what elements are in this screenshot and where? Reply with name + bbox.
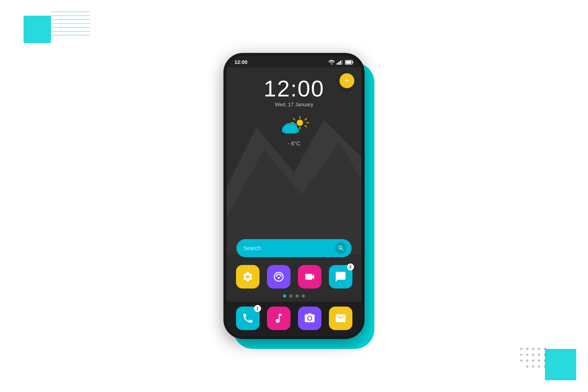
dock-phone-icon[interactable]: 1 <box>236 307 260 330</box>
weather-temp: - 6°C <box>234 140 354 147</box>
svg-point-8 <box>526 348 528 350</box>
cloud-sun-icon <box>278 115 310 137</box>
search-bar[interactable]: Search <box>236 239 352 257</box>
svg-point-19 <box>532 359 534 362</box>
svg-line-39 <box>305 118 307 120</box>
app-settings2-icon[interactable] <box>267 265 290 289</box>
svg-point-10 <box>538 348 540 350</box>
svg-point-12 <box>520 354 523 356</box>
svg-point-49 <box>289 123 297 130</box>
svg-rect-29 <box>341 60 343 65</box>
deco-rect-top <box>24 16 51 43</box>
status-bar: 12:00 <box>227 56 361 67</box>
app-grid: 3 <box>227 263 361 292</box>
gear2-icon <box>273 271 285 283</box>
phone-icon <box>242 312 254 324</box>
screen: + 12:00 Wed, 17 January <box>227 67 361 336</box>
svg-rect-31 <box>353 62 354 63</box>
svg-rect-32 <box>346 61 352 64</box>
app-video-icon[interactable] <box>298 265 321 289</box>
video-icon <box>304 271 316 283</box>
dock-camera-icon[interactable] <box>298 307 321 330</box>
svg-point-7 <box>520 348 523 350</box>
search-area: Search <box>227 239 361 263</box>
dock: 1 <box>227 301 361 336</box>
search-input[interactable]: Search <box>243 245 335 251</box>
svg-point-44 <box>297 120 303 126</box>
dock-mail-icon[interactable] <box>329 307 352 330</box>
phone: 12:00 <box>223 53 365 339</box>
svg-point-15 <box>538 354 540 356</box>
clock-time: 12:00 <box>234 77 354 100</box>
search-button[interactable] <box>335 242 347 254</box>
app-message-icon[interactable]: 3 <box>329 265 352 289</box>
svg-point-17 <box>520 359 523 362</box>
search-icon <box>338 245 344 251</box>
svg-point-20 <box>538 359 540 362</box>
screen-content: + 12:00 Wed, 17 January <box>227 67 361 336</box>
svg-point-18 <box>526 359 528 362</box>
dot-3[interactable] <box>296 294 299 298</box>
svg-point-14 <box>532 354 534 356</box>
svg-rect-26 <box>337 63 338 65</box>
message-badge: 3 <box>347 263 354 270</box>
plus-icon: + <box>345 77 349 85</box>
fab-button[interactable]: + <box>339 73 354 88</box>
svg-rect-27 <box>338 62 339 65</box>
svg-rect-28 <box>340 61 341 65</box>
phone-wrapper: 12:00 <box>223 53 365 339</box>
weather-widget: - 6°C <box>234 109 354 151</box>
music-icon <box>273 312 285 324</box>
mail-icon <box>335 312 347 324</box>
svg-point-24 <box>538 365 540 368</box>
signal-icon <box>337 60 343 65</box>
svg-point-13 <box>526 354 528 356</box>
dot-4[interactable] <box>302 294 305 298</box>
battery-icon <box>345 60 354 65</box>
top-area: + 12:00 Wed, 17 January <box>227 67 361 151</box>
svg-point-9 <box>532 348 534 350</box>
dock-music-icon[interactable] <box>267 307 290 330</box>
svg-point-22 <box>526 365 528 368</box>
page-dots <box>227 292 361 301</box>
svg-line-38 <box>293 118 295 120</box>
clock-date: Wed, 17 January <box>234 102 354 107</box>
camera-icon <box>304 312 316 324</box>
deco-lines <box>51 8 90 39</box>
wifi-icon <box>328 60 335 65</box>
gear-icon <box>242 271 254 283</box>
svg-line-41 <box>305 125 307 127</box>
dot-2[interactable] <box>289 294 292 298</box>
svg-point-23 <box>532 365 534 368</box>
message-icon <box>335 271 347 283</box>
dot-1[interactable] <box>283 294 286 298</box>
clock-widget: 12:00 Wed, 17 January <box>234 73 354 109</box>
phone-badge: 1 <box>254 305 261 312</box>
status-icons <box>328 60 354 65</box>
deco-rect-bottom <box>545 349 576 380</box>
app-settings-icon[interactable] <box>236 265 260 289</box>
status-time: 12:00 <box>234 59 247 65</box>
